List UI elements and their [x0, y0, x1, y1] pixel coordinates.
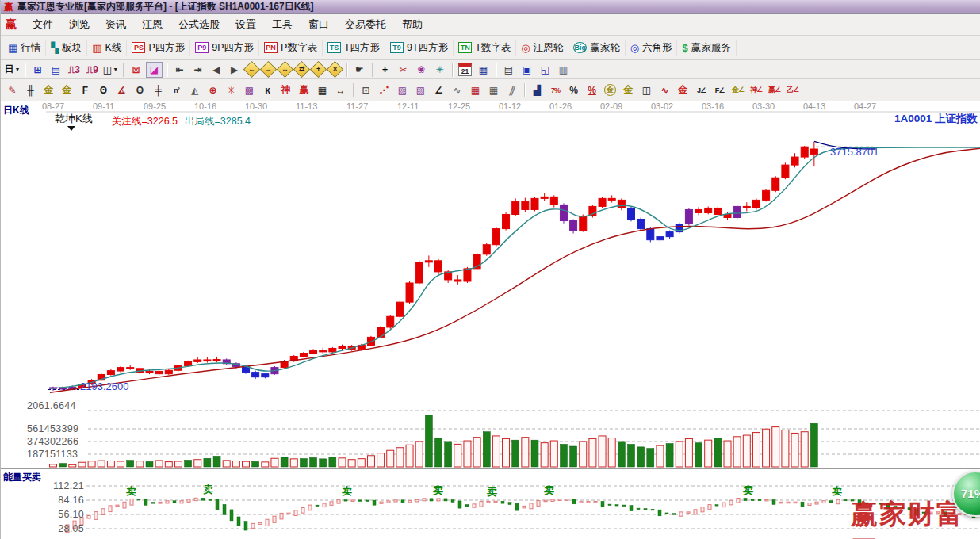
notes-icon[interactable]: ▤ [500, 62, 517, 78]
percent-icon[interactable]: % [565, 82, 582, 98]
pattern-search-icon[interactable]: ⊠ [128, 62, 144, 78]
scale-ticks-icon[interactable]: ╫ [22, 82, 39, 98]
jump-last-icon[interactable]: ⇥ [189, 62, 206, 78]
shen-tool-icon[interactable]: 神 [278, 82, 294, 98]
kline-chart-canvas[interactable] [1, 101, 980, 539]
gold-red-icon[interactable]: 金 [675, 82, 691, 98]
expand-h-diamond[interactable]: ↔ [277, 61, 293, 78]
percent-lines-icon[interactable]: % [584, 82, 600, 98]
gold-circle-icon[interactable]: 金 [602, 82, 618, 98]
quotes-button[interactable]: ▦行情 [3, 40, 46, 56]
ying-tool-icon[interactable]: 赢 [296, 82, 312, 98]
crosshair-icon[interactable]: + [377, 62, 393, 78]
expand-all-diamond[interactable]: + [310, 61, 327, 78]
f-angle-icon[interactable]: F∠ [711, 82, 728, 98]
kline-button[interactable]: ▥K线 [87, 40, 127, 56]
n-squared-icon[interactable]: n² [168, 82, 185, 98]
fan-lines-icon[interactable]: ⋰ [376, 82, 392, 98]
menu-item-7[interactable]: 工具 [264, 15, 301, 34]
print-icon[interactable]: ▥ [555, 62, 572, 78]
percent-angle-icon[interactable]: 7% [547, 82, 564, 98]
menu-item-9[interactable]: 交易委托 [337, 15, 394, 34]
price-ticks-icon[interactable]: ╪ [150, 82, 167, 98]
zoom-left-diamond[interactable]: ← [243, 61, 260, 78]
t-square-button[interactable]: TST四方形 [323, 40, 385, 56]
candle-marker-icon[interactable]: ◫ [638, 82, 655, 98]
gann-wheel-button[interactable]: ◎江恩轮 [516, 40, 568, 56]
shen-angle-icon[interactable]: 神∠ [748, 82, 764, 98]
star-rays-icon[interactable]: ✳ [223, 82, 239, 98]
menu-item-8[interactable]: 窗口 [301, 15, 337, 34]
child-window-icon[interactable]: 赢 [6, 17, 17, 32]
square-grid-icon[interactable]: ▦ [485, 82, 502, 98]
gold-lines-icon[interactable]: 金 [620, 82, 637, 98]
photo-grid-icon[interactable]: ▩ [241, 82, 258, 98]
sectors-button[interactable]: ▚板块 [46, 40, 87, 56]
t-number-table-button[interactable]: TNT数字表 [454, 40, 516, 56]
color-volume-icon[interactable]: ◪ [146, 62, 163, 78]
menu-item-2[interactable]: 浏览 [61, 15, 98, 34]
menu-item-5[interactable]: 公式选股 [170, 15, 228, 34]
jump-first-icon[interactable]: ⇤ [171, 62, 188, 78]
chart-window-icon[interactable]: ⊞ [29, 62, 46, 78]
menu-item-10[interactable]: 帮助 [394, 15, 431, 34]
gold-scale-a-icon[interactable]: 金 [40, 82, 57, 98]
date-tick-label: 03-16 [702, 101, 724, 111]
period-day-dropdown[interactable]: 日▼ [4, 62, 21, 78]
grid-123-icon[interactable]: ▦ [314, 82, 331, 98]
minute-bars-9-icon[interactable]: ⎍9 [84, 62, 101, 78]
gold-scale-b-icon[interactable]: 金 [59, 82, 75, 98]
winner-wheel-button[interactable]: Big赢家轮 [568, 40, 626, 56]
f-scale-icon[interactable]: F [77, 82, 94, 98]
page-next-icon[interactable]: ▶ [226, 62, 243, 78]
zigzag-icon[interactable]: ∿ [449, 82, 465, 98]
fractal-tool-icon[interactable]: ✳ [431, 62, 448, 78]
calendar-icon[interactable]: 21 [457, 62, 473, 78]
save-icon[interactable]: ▣ [519, 62, 535, 78]
k-quote-icon[interactable]: ĸ [259, 82, 276, 98]
trend-angle-icon[interactable]: ∠ [431, 82, 447, 98]
hand-drag-icon[interactable]: ☛ [351, 62, 368, 78]
stat-bars-icon[interactable]: ▟ [529, 82, 546, 98]
menu-item-1[interactable]: 文件 [25, 15, 61, 34]
time-cycle-icon[interactable]: Θ [132, 82, 148, 98]
page-prev-icon[interactable]: ◀ [208, 62, 224, 78]
ying-angle-icon[interactable]: 赢∠ [766, 82, 783, 98]
angle-ruler-icon[interactable]: ◭ [186, 82, 203, 98]
slant-lines-icon[interactable]: ∥ [503, 82, 520, 98]
winner-service-button[interactable]: $赢家服务 [677, 40, 736, 56]
calculator-icon[interactable]: ▦ [475, 62, 492, 78]
compress-h-diamond[interactable]: ⇄ [293, 61, 310, 78]
hatch-box-icon[interactable]: ▨ [394, 82, 411, 98]
menu-item-6[interactable]: 设置 [228, 15, 264, 34]
p9-square-button[interactable]: P99P四方形 [190, 40, 259, 56]
zoom-right-diamond[interactable]: → [260, 61, 277, 78]
box-region-icon[interactable]: ⊡ [358, 82, 374, 98]
minute-bars-3-icon[interactable]: ⎍3 [66, 62, 82, 78]
kline-type-label[interactable]: 乾坤K线 [55, 112, 93, 126]
j-angle-icon[interactable]: J∠ [693, 82, 710, 98]
save-web-icon[interactable]: ◱ [537, 62, 553, 78]
menu-item-4[interactable]: 江恩 [134, 15, 170, 34]
dense-grid-icon[interactable]: ▦ [467, 82, 484, 98]
wave-marker-icon[interactable]: ∿ [657, 82, 673, 98]
t9-square-button[interactable]: T99T四方形 [385, 40, 454, 56]
gold-angle-icon[interactable]: 金∠ [729, 82, 746, 98]
menu-item-3[interactable]: 资讯 [98, 15, 134, 34]
stamp-tool-icon[interactable]: ❀ [413, 62, 430, 78]
compress-all-diamond[interactable]: × [327, 61, 343, 78]
fan-box-icon[interactable]: ▧ [412, 82, 429, 98]
spiral-tool-icon[interactable]: ʘ [95, 82, 112, 98]
hexagon-button[interactable]: ◎六角形 [626, 40, 678, 56]
brush-tool-icon[interactable]: ✎ [4, 82, 21, 98]
p-square-button[interactable]: PSP四方形 [127, 40, 190, 56]
gann-crosshair-icon[interactable]: ⊕ [205, 82, 221, 98]
info-panel-icon[interactable]: ▤ [48, 62, 64, 78]
candle-style-dropdown[interactable]: ◫▼ [102, 62, 119, 78]
h-adjust-icon[interactable]: ↔ [332, 82, 349, 98]
kline-type-dropdown-icon[interactable] [67, 126, 75, 131]
p-number-table-button[interactable]: PNP数字表 [259, 40, 323, 56]
erase-line-icon[interactable]: ✂ [395, 62, 412, 78]
yi-angle-icon[interactable]: 乙∠ [784, 82, 801, 98]
pen-ruler-icon[interactable]: ∡ [113, 82, 130, 98]
